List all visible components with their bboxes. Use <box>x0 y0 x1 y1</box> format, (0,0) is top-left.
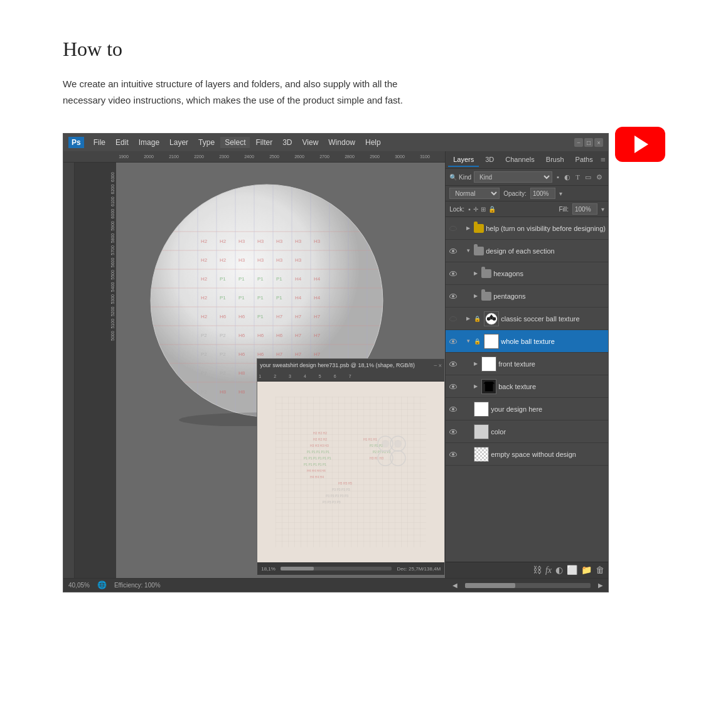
next-frame-btn[interactable]: ▶ <box>598 582 603 589</box>
eye-your-design[interactable] <box>448 404 458 414</box>
layer-item-whole-ball[interactable]: ▼ 🔒 whole ball texture <box>446 330 608 353</box>
layer-item-design-sections[interactable]: ▼ design of each section <box>446 240 608 262</box>
menu-help[interactable]: Help <box>361 137 385 148</box>
layer-name-classic-soccer: classic soccer ball texture <box>501 315 606 323</box>
svg-text:P1: P1 <box>220 276 226 282</box>
svg-text:H3: H3 <box>238 238 245 244</box>
folder-icon-pentagons <box>481 292 491 301</box>
eye-hexagons[interactable] <box>448 269 458 279</box>
fx-icon[interactable]: fx <box>545 565 552 575</box>
menu-edit[interactable]: Edit <box>111 137 133 148</box>
eye-color[interactable] <box>448 427 458 437</box>
adjustment-icon[interactable]: ◐ <box>555 565 563 575</box>
canvas-column: 1900 2000 2100 2200 2300 2400 2500 2600 … <box>116 151 445 578</box>
layer-item-hexagons[interactable]: ▶ hexagons <box>446 262 608 285</box>
eye-classic-soccer[interactable] <box>448 314 458 324</box>
lock-all-icon[interactable]: 🔒 <box>488 206 496 213</box>
panel-menu-icon[interactable]: ≡ <box>601 155 606 165</box>
blend-mode-dropdown[interactable]: Normal <box>449 188 500 199</box>
expand-help[interactable]: ▶ <box>464 225 472 232</box>
expand-front-texture[interactable]: ▶ <box>472 360 479 368</box>
tab-layers[interactable]: Layers <box>448 153 479 167</box>
menu-type[interactable]: Type <box>194 137 219 148</box>
menu-view[interactable]: View <box>298 137 323 148</box>
filter-pixel-icon[interactable]: ▪ <box>555 173 561 182</box>
tab-3d[interactable]: 3D <box>480 153 499 167</box>
filter-type-icon[interactable]: T <box>574 173 582 182</box>
expand-back-texture[interactable]: ▶ <box>472 383 479 390</box>
earth-icon: 🌐 <box>97 581 107 590</box>
filter-smart-icon[interactable]: ⚙ <box>594 173 604 182</box>
expand-classic-soccer[interactable]: ▶ <box>464 315 472 323</box>
tab-channels[interactable]: Channels <box>500 153 539 167</box>
layer-name-color: color <box>491 428 606 436</box>
svg-text:H4 H4 H4 H4: H4 H4 H4 H4 <box>307 469 326 473</box>
link-layers-icon[interactable]: ⛓ <box>533 565 542 575</box>
layer-name-back-texture: back texture <box>498 383 606 390</box>
svg-text:H6: H6 <box>276 333 283 338</box>
menu-window[interactable]: Window <box>324 137 360 148</box>
opacity-input[interactable] <box>530 188 555 199</box>
delete-icon[interactable]: 🗑 <box>596 565 604 575</box>
layer-item-color[interactable]: color <box>446 420 608 443</box>
expand-hexagons[interactable]: ▶ <box>472 270 479 277</box>
svg-text:P2: P2 <box>220 333 226 338</box>
eye-icon-design-sections <box>449 249 457 254</box>
lock-move-icon[interactable]: ✛ <box>473 206 478 213</box>
lock-pixel-icon[interactable]: ▪ <box>468 206 471 213</box>
close-button[interactable]: × <box>594 138 603 147</box>
sub-close[interactable]: × <box>439 362 442 369</box>
mask-icon[interactable]: ⬜ <box>567 565 577 575</box>
layer-item-back-texture[interactable]: ▶ back texture <box>446 375 608 398</box>
tshirt-icon-back <box>483 382 495 392</box>
menu-file[interactable]: File <box>89 137 110 148</box>
layer-item-empty-space[interactable]: empty space without design <box>446 443 608 466</box>
eye-pentagons[interactable] <box>448 291 458 301</box>
eye-back-texture[interactable] <box>448 382 458 392</box>
tab-brush[interactable]: Brush <box>541 153 569 167</box>
design-sketch-svg: H2 H2 H2 H2 H2 H2 H3 H3 H3 H3 P1 P1 P1 P… <box>276 397 426 547</box>
svg-text:H3: H3 <box>295 238 302 244</box>
eye-design-sections[interactable] <box>448 246 458 256</box>
layer-item-front-texture[interactable]: ▶ front texture <box>446 353 608 375</box>
svg-text:H7: H7 <box>276 314 283 319</box>
menu-filter[interactable]: Filter <box>251 137 277 148</box>
menu-layer[interactable]: Layer <box>165 137 193 148</box>
lock-icons: ▪ ✛ ⊞ 🔒 <box>468 206 496 213</box>
svg-text:P3 P3 P3 P3: P3 P3 P3 P3 <box>332 488 350 491</box>
maximize-button[interactable]: □ <box>584 138 593 147</box>
layer-item-help[interactable]: ▶ help (turn on visibility before design… <box>446 217 608 240</box>
youtube-play-button[interactable] <box>615 127 665 162</box>
menu-image[interactable]: Image <box>134 137 164 148</box>
svg-text:P1: P1 <box>257 295 264 301</box>
lock-artboard-icon[interactable]: ⊞ <box>481 206 486 213</box>
folder-icon-bottom[interactable]: 📁 <box>581 565 592 575</box>
menu-3d[interactable]: 3D <box>278 137 296 148</box>
prev-frame-btn[interactable]: ◀ <box>452 582 458 589</box>
layer-item-pentagons[interactable]: ▶ pentagons <box>446 285 608 308</box>
eye-whole-ball[interactable] <box>448 336 458 346</box>
layer-item-classic-soccer[interactable]: ▶ 🔒 classic soccer ball texture <box>446 308 608 330</box>
layer-item-your-design[interactable]: your design here <box>446 398 608 420</box>
svg-text:P1 P1 P1 P1 P1 P1: P1 P1 P1 P1 P1 P1 <box>304 456 331 460</box>
svg-text:H5 H5 H5: H5 H5 H5 <box>338 481 352 485</box>
eye-empty-space[interactable] <box>448 449 458 459</box>
expand-design-sections[interactable]: ▼ <box>464 247 472 255</box>
fill-input[interactable] <box>572 203 597 215</box>
sub-minimize[interactable]: − <box>434 362 437 369</box>
thumb-back-texture <box>481 379 496 394</box>
eye-front-texture[interactable] <box>448 359 458 369</box>
eye-help[interactable] <box>448 223 458 233</box>
svg-text:H6: H6 <box>257 333 264 338</box>
tab-paths[interactable]: Paths <box>570 153 598 167</box>
eye-icon-empty <box>449 452 457 457</box>
minimize-button[interactable]: − <box>574 138 583 147</box>
expand-pentagons[interactable]: ▶ <box>472 292 479 300</box>
menu-select[interactable]: Select <box>220 137 250 148</box>
expand-whole-ball[interactable]: ▼ <box>464 338 472 345</box>
filter-shape-icon[interactable]: ▭ <box>583 173 593 182</box>
filter-dropdown[interactable]: Kind <box>474 171 552 183</box>
thumb-your-design <box>474 402 489 417</box>
filter-adj-icon[interactable]: ◐ <box>562 173 572 182</box>
svg-text:H6: H6 <box>238 314 245 319</box>
